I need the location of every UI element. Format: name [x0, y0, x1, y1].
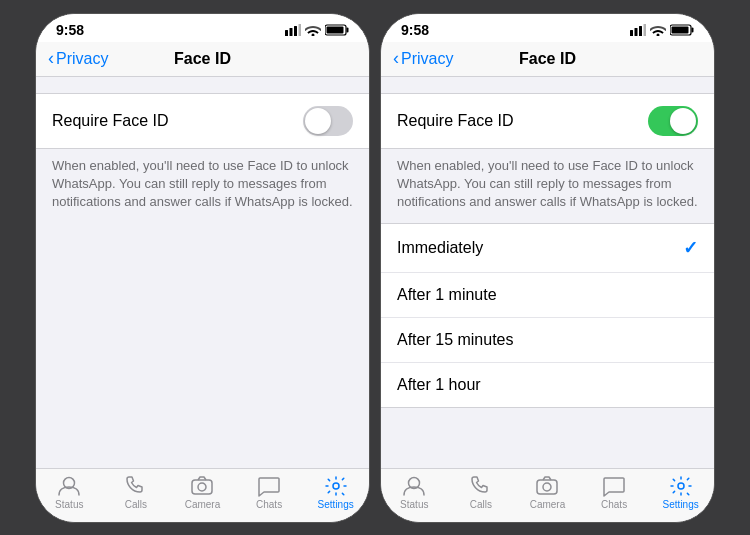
content-1: Require Face ID When enabled, you'll nee…: [36, 77, 369, 468]
tab-camera-2[interactable]: Camera: [514, 475, 581, 510]
require-face-id-label-1: Require Face ID: [52, 112, 169, 130]
back-arrow-1: ‹: [48, 48, 54, 69]
option-15min[interactable]: After 15 minutes: [381, 318, 714, 363]
section-face-id-2: Require Face ID When enabled, you'll nee…: [381, 93, 714, 224]
signal-icon: [285, 24, 301, 36]
tab-status-label-1: Status: [55, 499, 83, 510]
status-time-1: 9:58: [56, 22, 84, 38]
nav-bar-2: ‹ Privacy Face ID: [381, 42, 714, 77]
camera-icon-tab-2: [534, 475, 560, 497]
option-1hour[interactable]: After 1 hour: [381, 363, 714, 407]
nav-title-1: Face ID: [174, 50, 231, 68]
signal-icon-2: [630, 24, 646, 36]
tab-chats-1[interactable]: Chats: [236, 475, 303, 510]
option-1min-label: After 1 minute: [397, 286, 497, 304]
section-face-id-1: Require Face ID When enabled, you'll nee…: [36, 93, 369, 224]
status-time-2: 9:58: [401, 22, 429, 38]
status-icon-1: [56, 475, 82, 497]
svg-rect-11: [630, 30, 633, 36]
back-arrow-2: ‹: [393, 48, 399, 69]
require-face-id-label-2: Require Face ID: [397, 112, 514, 130]
svg-point-10: [333, 483, 339, 489]
nav-bar-1: ‹ Privacy Face ID: [36, 42, 369, 77]
tab-settings-label-2: Settings: [663, 499, 699, 510]
svg-point-21: [678, 483, 684, 489]
settings-icon-tab-2: [668, 475, 694, 497]
option-1hour-label: After 1 hour: [397, 376, 481, 394]
option-immediately-label: Immediately: [397, 239, 483, 257]
option-15min-label: After 15 minutes: [397, 331, 514, 349]
nav-back-1[interactable]: ‹ Privacy: [48, 48, 108, 69]
description-2: When enabled, you'll need to use Face ID…: [381, 149, 714, 224]
face-id-toggle-2[interactable]: [648, 106, 698, 136]
tab-settings-2[interactable]: Settings: [647, 475, 714, 510]
camera-icon-1: [189, 475, 215, 497]
lock-options-section: Immediately ✓ After 1 minute After 15 mi…: [381, 223, 714, 408]
status-bar-2: 9:58: [381, 14, 714, 42]
phone-1: 9:58: [35, 13, 370, 523]
chats-icon-1: [256, 475, 282, 497]
status-icons-1: [285, 24, 349, 36]
description-1: When enabled, you'll need to use Face ID…: [36, 149, 369, 224]
tab-status-2[interactable]: Status: [381, 475, 448, 510]
settings-icon-1: [323, 475, 349, 497]
nav-back-label-1: Privacy: [56, 50, 108, 68]
svg-rect-3: [299, 24, 302, 36]
tab-camera-1[interactable]: Camera: [169, 475, 236, 510]
tab-camera-label-1: Camera: [185, 499, 221, 510]
nav-back-2[interactable]: ‹ Privacy: [393, 48, 453, 69]
svg-rect-19: [537, 480, 557, 494]
content-2: Require Face ID When enabled, you'll nee…: [381, 77, 714, 468]
svg-rect-0: [285, 30, 288, 36]
tab-bar-1: Status Calls Camera: [36, 468, 369, 522]
tab-calls-1[interactable]: Calls: [103, 475, 170, 510]
tab-status-label-2: Status: [400, 499, 428, 510]
lock-options-card: Immediately ✓ After 1 minute After 15 mi…: [381, 223, 714, 408]
tab-status-1[interactable]: Status: [36, 475, 103, 510]
tab-chats-label-1: Chats: [256, 499, 282, 510]
tab-calls-2[interactable]: Calls: [448, 475, 515, 510]
nav-back-label-2: Privacy: [401, 50, 453, 68]
phone-2: 9:58: [380, 13, 715, 523]
phones-container: 9:58: [35, 13, 715, 523]
status-icon-tab-2: [401, 475, 427, 497]
wifi-icon: [305, 24, 321, 36]
calls-icon-tab-2: [468, 475, 494, 497]
toggle-knob-1: [305, 108, 331, 134]
svg-rect-12: [635, 28, 638, 36]
svg-rect-13: [639, 26, 642, 36]
svg-rect-17: [672, 26, 689, 33]
nav-title-2: Face ID: [519, 50, 576, 68]
svg-rect-2: [294, 26, 297, 36]
tab-settings-label-1: Settings: [318, 499, 354, 510]
tab-settings-1[interactable]: Settings: [302, 475, 369, 510]
calls-icon-1: [123, 475, 149, 497]
checkmark-immediately: ✓: [683, 237, 698, 259]
chats-icon-tab-2: [601, 475, 627, 497]
wifi-icon-2: [650, 24, 666, 36]
require-face-id-row-2: Require Face ID: [381, 94, 714, 148]
svg-rect-14: [644, 24, 647, 36]
battery-icon: [325, 24, 349, 36]
status-icons-2: [630, 24, 694, 36]
svg-point-9: [198, 483, 206, 491]
tab-camera-label-2: Camera: [530, 499, 566, 510]
section-card-2: Require Face ID: [381, 93, 714, 149]
toggle-knob-2: [670, 108, 696, 134]
section-card-1: Require Face ID: [36, 93, 369, 149]
option-1min[interactable]: After 1 minute: [381, 273, 714, 318]
option-immediately[interactable]: Immediately ✓: [381, 224, 714, 273]
tab-calls-label-2: Calls: [470, 499, 492, 510]
face-id-toggle-1[interactable]: [303, 106, 353, 136]
svg-rect-6: [327, 26, 344, 33]
svg-rect-1: [290, 28, 293, 36]
tab-calls-label-1: Calls: [125, 499, 147, 510]
status-bar-1: 9:58: [36, 14, 369, 42]
tab-bar-2: Status Calls Camera: [381, 468, 714, 522]
svg-rect-8: [192, 480, 212, 494]
svg-point-20: [543, 483, 551, 491]
svg-rect-16: [692, 27, 694, 32]
require-face-id-row-1: Require Face ID: [36, 94, 369, 148]
tab-chats-label-2: Chats: [601, 499, 627, 510]
tab-chats-2[interactable]: Chats: [581, 475, 648, 510]
